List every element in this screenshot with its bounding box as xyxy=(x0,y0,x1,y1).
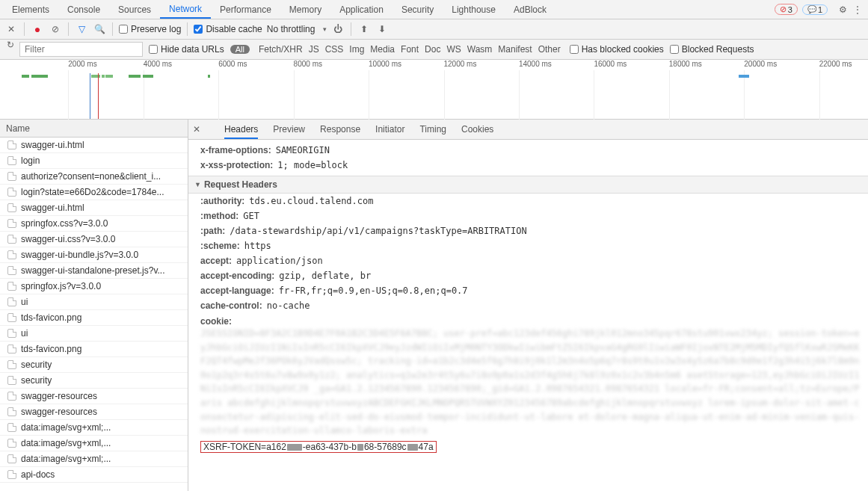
filter-chip-font[interactable]: Font xyxy=(398,44,422,55)
clear-icon[interactable]: ⊘ xyxy=(49,22,62,36)
request-row[interactable]: api-docs xyxy=(0,467,188,483)
details-tab-timing[interactable]: Timing xyxy=(419,124,446,135)
filter-chip-wasm[interactable]: Wasm xyxy=(464,44,496,55)
file-icon xyxy=(7,235,16,244)
tab-console[interactable]: Console xyxy=(58,0,109,19)
request-row[interactable]: swagger-ui-standalone-preset.js?v... xyxy=(0,263,188,279)
request-row[interactable]: data:image/svg+xml,... xyxy=(0,436,188,451)
tab-security[interactable]: Security xyxy=(393,0,443,19)
search-icon[interactable]: 🔍 xyxy=(93,22,106,36)
details-tab-initiator[interactable]: Initiator xyxy=(375,124,404,135)
timeline-tick: 14000 ms xyxy=(519,60,552,68)
request-name: swagger-ui.html xyxy=(21,140,84,150)
record-icon[interactable]: ● xyxy=(31,22,44,36)
network-timeline[interactable]: 2000 ms4000 ms6000 ms8000 ms10000 ms1200… xyxy=(0,60,868,120)
file-icon xyxy=(7,297,16,306)
filter-chip-other[interactable]: Other xyxy=(535,44,564,55)
details-tab-cookies[interactable]: Cookies xyxy=(461,124,493,135)
file-icon xyxy=(7,313,16,322)
filter-chip-fetchxhr[interactable]: Fetch/XHR xyxy=(256,44,306,55)
request-row[interactable]: swagger-ui.html xyxy=(0,138,188,153)
request-details-panel: ✕ Headers Preview Response Initiator Tim… xyxy=(188,120,868,491)
timeline-tick: 18000 ms xyxy=(669,60,702,68)
divider xyxy=(112,22,113,36)
tab-elements[interactable]: Elements xyxy=(3,0,58,19)
error-badge[interactable]: 3 xyxy=(775,4,798,15)
request-row[interactable]: springfox.css?v=3.0.0 xyxy=(0,216,188,232)
filter-chip-media[interactable]: Media xyxy=(367,44,398,55)
throttling-select[interactable]: No throttling ▾ xyxy=(267,24,327,34)
filter-chip-all[interactable]: All xyxy=(230,45,250,54)
request-row[interactable]: data:image/svg+xml;... xyxy=(0,420,188,436)
request-row[interactable]: login xyxy=(0,153,188,169)
timeline-tick: 4000 ms xyxy=(144,60,172,68)
request-row[interactable]: swagger-ui-bundle.js?v=3.0.0 xyxy=(0,247,188,263)
tab-network[interactable]: Network xyxy=(160,0,211,19)
header-cookie: cookie: JSESSIONID=8F3A2C1B9D4E7F0A1B2C3… xyxy=(188,313,868,438)
has-blocked-cookies-checkbox[interactable]: Has blocked cookies xyxy=(570,44,664,55)
file-icon xyxy=(7,188,16,197)
request-row[interactable]: data:image/svg+xml;... xyxy=(0,451,188,467)
request-name: api-docs xyxy=(21,469,55,480)
tab-application[interactable]: Application xyxy=(330,0,393,19)
details-tab-headers[interactable]: Headers xyxy=(224,124,258,139)
gear-icon[interactable]: ⚙ xyxy=(835,2,850,17)
request-row[interactable]: ui xyxy=(0,294,188,310)
filter-chip-doc[interactable]: Doc xyxy=(422,44,443,55)
chevron-down-icon: ▼ xyxy=(194,181,201,188)
refresh-icon[interactable]: ↻ xyxy=(3,40,18,50)
filter-icon[interactable]: ▽ xyxy=(75,22,88,36)
network-filter-bar: ↻ Hide data URLs All Fetch/XHRJSCSSImgMe… xyxy=(0,40,868,60)
details-tab-response[interactable]: Response xyxy=(320,124,360,135)
tab-performance[interactable]: Performance xyxy=(211,0,280,19)
section-request-headers-label: Request Headers xyxy=(204,179,277,190)
name-column-header[interactable]: Name xyxy=(0,120,188,138)
request-row[interactable]: ui xyxy=(0,326,188,342)
filter-chip-manifest[interactable]: Manifest xyxy=(495,44,535,55)
filter-input[interactable] xyxy=(19,42,143,57)
filter-chip-ws[interactable]: WS xyxy=(443,44,464,55)
filter-chip-img[interactable]: Img xyxy=(346,44,367,55)
message-badge[interactable]: 1 xyxy=(802,4,828,15)
tab-lighthouse[interactable]: Lighthouse xyxy=(443,0,505,19)
timeline-tick: 6000 ms xyxy=(218,60,247,68)
hide-urls-checkbox[interactable]: Hide data URLs xyxy=(149,44,224,55)
tab-memory[interactable]: Memory xyxy=(280,0,330,19)
request-row[interactable]: swagger-resources xyxy=(0,389,188,404)
request-row[interactable]: tds-favicon.png xyxy=(0,310,188,326)
request-row[interactable]: security xyxy=(0,373,188,389)
request-row[interactable]: springfox.js?v=3.0.0 xyxy=(0,279,188,294)
request-row[interactable]: swagger-ui.html xyxy=(0,200,188,216)
file-icon xyxy=(7,470,16,479)
request-row[interactable]: authorize?consent=none&client_i... xyxy=(0,169,188,185)
request-row[interactable]: swagger-resources xyxy=(0,404,188,420)
tab-adblock[interactable]: AdBlock xyxy=(505,0,555,19)
tab-sources[interactable]: Sources xyxy=(109,0,160,19)
preserve-log-checkbox[interactable]: Preserve log xyxy=(119,24,181,34)
file-icon xyxy=(7,156,16,165)
timeline-tick: 8000 ms xyxy=(294,60,322,68)
request-name: authorize?consent=none&client_i... xyxy=(21,171,161,182)
section-request-headers[interactable]: ▼Request Headers xyxy=(188,176,868,194)
header-scheme: :scheme:https xyxy=(188,238,868,253)
close-panel-icon[interactable]: ✕ xyxy=(4,22,18,36)
details-tab-preview[interactable]: Preview xyxy=(273,124,305,135)
filter-chip-js[interactable]: JS xyxy=(306,44,322,55)
file-icon xyxy=(7,439,16,448)
kebab-menu-icon[interactable]: ⋮ xyxy=(850,2,865,17)
request-row[interactable]: tds-favicon.png xyxy=(0,342,188,357)
header-accept-language: accept-language:fr-FR,fr;q=0.9,en-US;q=0… xyxy=(188,283,868,298)
network-conditions-icon[interactable]: ⏻ xyxy=(331,22,345,36)
request-row[interactable]: login?state=e66Do2&code=1784e... xyxy=(0,185,188,200)
request-name: security xyxy=(21,359,52,370)
disable-cache-checkbox[interactable]: Disable cache xyxy=(194,24,262,34)
download-har-icon[interactable]: ⬇ xyxy=(375,22,389,36)
request-row[interactable]: swagger-ui.css?v=3.0.0 xyxy=(0,232,188,247)
upload-har-icon[interactable]: ⬆ xyxy=(357,22,371,36)
filter-chip-css[interactable]: CSS xyxy=(322,44,347,55)
has-blocked-cookies-label: Has blocked cookies xyxy=(582,44,664,55)
request-row[interactable]: security xyxy=(0,357,188,373)
file-icon xyxy=(7,360,16,369)
close-details-icon[interactable]: ✕ xyxy=(193,124,205,135)
blocked-requests-checkbox[interactable]: Blocked Requests xyxy=(670,44,754,55)
